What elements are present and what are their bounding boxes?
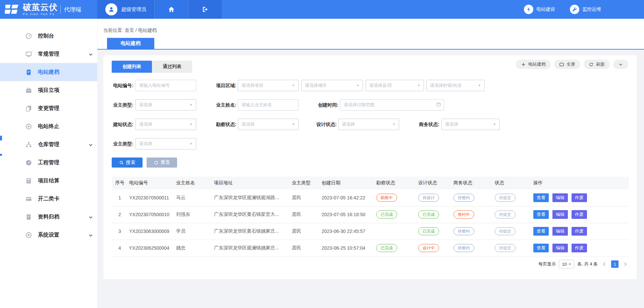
view-button[interactable]: 查看 xyxy=(533,244,549,252)
logout-icon xyxy=(202,6,209,13)
region-province-select[interactable]: 请选择省份▼ xyxy=(238,80,299,91)
doc-icon xyxy=(24,69,33,76)
sidebar-item-engineering-management[interactable]: 工程管理 xyxy=(0,153,97,172)
owner-type-2-select[interactable]: 请选择▼ xyxy=(136,138,196,149)
fullscreen-button[interactable]: 全屏 xyxy=(554,60,580,69)
status-badge: 签约中 xyxy=(453,210,474,219)
design-status: 待设计 xyxy=(417,189,452,206)
chevron-left-icon xyxy=(602,262,607,266)
region-village-select[interactable]: 请选择村镇/街道▼ xyxy=(426,80,485,91)
next-page-button[interactable] xyxy=(622,260,629,268)
station-code: YX2023070500010 xyxy=(128,206,175,223)
sidebar-item-type2-card[interactable]: 开二类卡 xyxy=(0,190,97,208)
station-code-input[interactable]: 请输入电站编号 xyxy=(136,80,196,91)
create-time-input[interactable]: 请选择日期范围 xyxy=(340,99,444,111)
tab-passed-list[interactable]: 通过列表 xyxy=(152,61,192,73)
sidebar-item-label: 电站建档 xyxy=(38,69,59,76)
build-status-select[interactable]: 请选择▼ xyxy=(136,119,196,130)
nav-monitor-ops[interactable]: 监控运维 xyxy=(570,5,601,14)
caret-down-icon: ▼ xyxy=(493,123,496,126)
sidebar-item-station-filing[interactable]: 电站建档 xyxy=(0,63,97,81)
build-status-label: 建站状态: xyxy=(112,119,133,130)
view-button[interactable]: 查看 xyxy=(533,193,549,202)
sidebar-item-project-initiation[interactable]: 项目立项 xyxy=(0,81,97,99)
owner-type: 居民 xyxy=(290,240,320,256)
design-status-select[interactable]: 请选择▼ xyxy=(338,119,399,130)
sidebar-item-console[interactable]: 控制台 xyxy=(0,27,97,45)
page-tab-station-filing[interactable]: 电站建档 xyxy=(107,38,154,49)
sidebar-item-label: 仓库管理 xyxy=(38,141,59,148)
placeholder-text: 请选择村镇/街道 xyxy=(430,82,462,88)
station-filing-add-button[interactable]: 电站建档 xyxy=(516,60,551,69)
owner-name: 姚忠 xyxy=(175,240,213,256)
copy-icon xyxy=(24,105,33,112)
user-menu[interactable]: 超级管理员 xyxy=(97,0,154,19)
logo-area: 破茧云伏 Po Jian Yun Fu 代理端 xyxy=(0,0,97,19)
edit-button[interactable]: 编辑 xyxy=(552,193,568,202)
caret-down-icon: ▼ xyxy=(417,84,420,87)
station-code-label: 电站编号: xyxy=(112,80,133,91)
view-button[interactable]: 查看 xyxy=(533,210,549,219)
calendar-icon xyxy=(436,102,441,108)
owner-type-select[interactable]: 请选择▼ xyxy=(136,99,196,111)
sidebar-item-change-management[interactable]: 变更管理 xyxy=(0,99,97,117)
caret-down-icon: ▼ xyxy=(292,84,295,87)
placeholder-text: 请选择城市 xyxy=(305,82,327,88)
chevron-down-icon xyxy=(89,233,93,239)
search-button[interactable]: 搜索 xyxy=(112,158,143,168)
sidebar-item-system-settings[interactable]: 系统设置 xyxy=(0,226,97,244)
sidebar-item-data-archive[interactable]: 资料归档 xyxy=(0,208,97,226)
collapse-button[interactable] xyxy=(613,60,628,69)
region-city-select[interactable]: 请选择城市▼ xyxy=(301,80,363,91)
sidebar-item-label: 电站终止 xyxy=(38,123,59,130)
nav-station-build[interactable]: 电站建设 xyxy=(524,5,555,14)
table-row: 4YX2023062500004姚忠广东深圳龙华区观澜镇姚家庄...居民2023… xyxy=(112,240,629,256)
survey-status-select[interactable]: 请选择▼ xyxy=(238,119,299,130)
reset-button[interactable]: 重置 xyxy=(147,158,177,168)
edit-button[interactable]: 编辑 xyxy=(552,210,568,219)
table-row: 3YX2023063000009学员广东深圳龙华区黄石镇姚家庄...居民2023… xyxy=(112,223,629,240)
owner-name-input[interactable]: 请输入业主姓名 xyxy=(238,99,299,111)
filter-row: 电站编号:请输入电站编号项目区域:请选择省份▼请选择城市▼请选择县/区▼请选择村… xyxy=(103,80,637,91)
status-badge: 待提交 xyxy=(495,227,516,235)
create-date: 2023-06-25 10:57:04 xyxy=(320,240,375,256)
main-card: 创建列表通过列表 电站建档全屏刷新 电站编号:请输入电站编号项目区域:请选择省份… xyxy=(103,55,637,279)
sidebar-item-warehouse-management[interactable]: 仓库管理 xyxy=(0,135,97,153)
region-county-select[interactable]: 请选择县/区▼ xyxy=(366,80,424,91)
create-date: 2023-06-30 22:45:57 xyxy=(320,223,375,240)
refresh-button[interactable]: 刷新 xyxy=(584,60,610,69)
sidebar-item-label: 开二类卡 xyxy=(38,195,59,202)
design-status: 已完成 xyxy=(417,223,452,240)
create-date: 2023-07-05 16:42:22 xyxy=(320,189,375,206)
page-size-select[interactable]: 10 ▼ xyxy=(559,260,574,268)
invalidate-button[interactable]: 作废 xyxy=(572,210,587,219)
project-address: 广东深圳龙华区黄石镇姚家庄... xyxy=(213,223,290,240)
status-badge: 已完成 xyxy=(418,227,439,235)
view-button[interactable]: 查看 xyxy=(533,227,549,236)
station-code: YX2023063000009 xyxy=(128,223,175,240)
owner-name-label: 业主姓名: xyxy=(213,99,236,111)
page-number-current[interactable]: 1 xyxy=(611,260,619,268)
row-actions: 查看编辑作废 xyxy=(532,189,629,206)
logout-button[interactable] xyxy=(188,0,222,19)
breadcrumb-separator: / xyxy=(136,27,137,33)
sidebar-item-project-settlement[interactable]: 项目结算 xyxy=(0,172,97,190)
edit-button[interactable]: 编辑 xyxy=(552,244,568,252)
sidebar-item-station-termination[interactable]: 电站终止 xyxy=(0,117,97,135)
home-button[interactable] xyxy=(154,0,188,19)
edit-button[interactable]: 编辑 xyxy=(552,227,568,236)
invalidate-button[interactable]: 作废 xyxy=(572,193,587,202)
sidebar-item-label: 资料归档 xyxy=(38,213,59,221)
invalidate-button[interactable]: 作废 xyxy=(572,244,587,252)
business-status-select[interactable]: 请选择▼ xyxy=(441,119,500,130)
app-subtitle: Po Jian Yun Fu xyxy=(23,13,58,16)
owner-name: 马云 xyxy=(175,189,213,206)
tab-create-list[interactable]: 创建列表 xyxy=(112,61,152,73)
sidebar-item-general-management[interactable]: 常规管理 xyxy=(0,45,97,63)
placeholder-text: 请输入业主姓名 xyxy=(241,102,272,108)
breadcrumb: 当前位置: 首页 / 电站建档 xyxy=(103,27,157,34)
prev-page-button[interactable] xyxy=(601,260,608,268)
breadcrumb-home[interactable]: 首页 xyxy=(125,27,134,33)
plus-icon xyxy=(521,62,526,67)
invalidate-button[interactable]: 作废 xyxy=(572,227,587,236)
